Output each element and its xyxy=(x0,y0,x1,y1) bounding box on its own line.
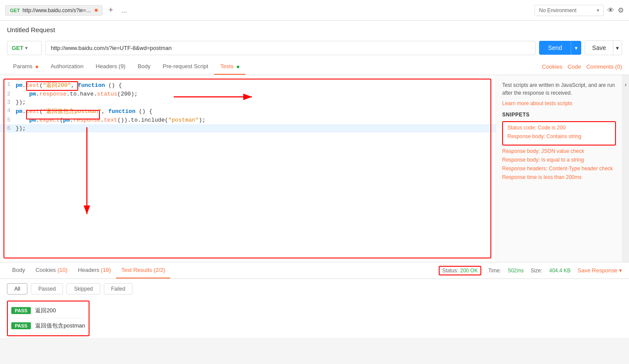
tab-url: http://www.baidu.com/s?ie=UT... xyxy=(23,7,92,13)
status-label: Status: xyxy=(442,268,458,274)
response-tabs: Body Cookies (10) Headers (18) Test Resu… xyxy=(7,262,170,278)
save-response-button[interactable]: Save Response ▾ xyxy=(578,267,622,274)
size-label: Size: xyxy=(531,268,543,274)
test-result-item-2: PASS 返回值包含postman xyxy=(11,318,85,334)
save-button-group: Save ▾ xyxy=(585,40,622,55)
url-bar: GET ▾ Send ▾ Save ▾ xyxy=(0,37,629,59)
line-num-2: 2 xyxy=(0,91,16,97)
tab-dot xyxy=(95,9,98,12)
save-dropdown-button[interactable]: ▾ xyxy=(613,41,622,55)
line-num-1: 1 xyxy=(0,81,16,89)
size-value: 404.4 KB xyxy=(549,268,570,274)
code-link[interactable]: Code xyxy=(568,63,581,70)
snippet-equal-string[interactable]: Response body: Is equal to a string xyxy=(502,157,616,163)
sidebar-panel: Test scripts are written in JavaScript, … xyxy=(496,75,622,262)
params-dot-icon xyxy=(36,66,38,68)
tab-headers[interactable]: Headers (9) xyxy=(89,59,132,75)
tab-tests[interactable]: Tests xyxy=(214,59,245,75)
req-tabs-right: Cookies Code Comments (0) xyxy=(542,63,622,70)
more-tabs-button[interactable]: ... xyxy=(119,6,129,15)
line-content-1: pm.test("返回200", function () { xyxy=(16,81,496,89)
test-filter-tabs: All Passed Skipped Failed xyxy=(0,279,629,299)
filter-all[interactable]: All xyxy=(7,283,27,295)
code-line-4: 4 pm.test("返回值包含postman", function () { xyxy=(0,106,496,116)
req-tabs-left: Params Authorization Headers (9) Body Pr… xyxy=(7,59,245,75)
resp-tab-test-results[interactable]: Test Results (2/2) xyxy=(116,262,170,278)
filter-skipped[interactable]: Skipped xyxy=(66,283,100,295)
code-line-5: 5 pm.expect(pm.response.text()).to.inclu… xyxy=(0,116,496,124)
snippet-json-check[interactable]: Response body: JSON value check xyxy=(502,148,616,154)
response-meta: Status: 200 OK Time: 502ms Size: 404.4 K… xyxy=(439,266,622,275)
env-eye-button[interactable]: 👁 xyxy=(607,7,614,14)
tab-params[interactable]: Params xyxy=(7,59,44,75)
line-content-3: }); xyxy=(16,99,496,106)
env-selector: No Environment ▾ 👁 ⚙ xyxy=(534,5,624,16)
line-content-5: pm.expect(pm.response.text()).to.include… xyxy=(16,117,496,123)
send-dropdown-button[interactable]: ▾ xyxy=(571,41,581,55)
resp-tab-body[interactable]: Body xyxy=(7,262,30,278)
code-line-3: 3 }); xyxy=(0,98,496,106)
status-annotation-box: Status: 200 OK xyxy=(439,266,481,275)
line-num-3: 3 xyxy=(0,99,16,106)
test-result-item-1: PASS 返回200 xyxy=(11,303,85,318)
browser-tab[interactable]: GET http://www.baidu.com/s?ie=UT... xyxy=(5,5,103,16)
method-label: GET xyxy=(12,45,23,51)
top-bar: GET http://www.baidu.com/s?ie=UT... + ..… xyxy=(0,0,629,21)
resp-tab-headers[interactable]: Headers (18) xyxy=(73,262,116,278)
request-tabs: Params Authorization Headers (9) Body Pr… xyxy=(0,59,629,75)
status-value: 200 OK xyxy=(460,268,478,274)
sidebar-toggle-icon: › xyxy=(625,81,626,88)
test-results-annotation-box: PASS 返回200 PASS 返回值包含postman xyxy=(7,301,89,336)
pass-badge-1: PASS xyxy=(11,307,31,314)
test-name-2: 返回值包含postman xyxy=(35,322,85,330)
snippet-response-body-string[interactable]: Response body: Contains string xyxy=(507,133,611,139)
send-button[interactable]: Send xyxy=(539,41,571,55)
code-editor[interactable]: 1 pm.test("返回200", function () { 2 pm.re… xyxy=(0,75,496,262)
learn-link[interactable]: Learn more about tests scripts xyxy=(502,100,572,106)
env-dropdown[interactable]: No Environment ▾ xyxy=(534,5,604,16)
request-title: Untitled Request xyxy=(0,21,629,37)
cookies-link[interactable]: Cookies xyxy=(542,63,563,70)
line-num-6: 6 xyxy=(0,125,16,132)
tab-pre-request[interactable]: Pre-request Script xyxy=(157,59,215,75)
snippet-status-code[interactable]: Status code: Code is 200 xyxy=(507,125,611,131)
line-content-4: pm.test("返回值包含postman", function () { xyxy=(16,107,496,115)
tab-method: GET xyxy=(10,8,20,13)
tab-body[interactable]: Body xyxy=(132,59,157,75)
code-line-1: 1 pm.test("返回200", function () { xyxy=(0,80,496,90)
chevron-down-icon: ▾ xyxy=(597,8,599,13)
resp-tab-cookies[interactable]: Cookies (10) xyxy=(30,262,73,278)
test-results-list: PASS 返回200 PASS 返回值包含postman xyxy=(0,299,629,338)
snippet-content-type[interactable]: Response headers: Content-Type header ch… xyxy=(502,165,616,172)
response-tabs-bar: Body Cookies (10) Headers (18) Test Resu… xyxy=(0,262,629,279)
line-num-4: 4 xyxy=(0,107,16,115)
sidebar-description: Test scripts are written in JavaScript, … xyxy=(502,81,616,97)
time-label: Time: xyxy=(488,268,501,274)
editor-area: 1 pm.test("返回200", function () { 2 pm.re… xyxy=(0,75,496,262)
code-line-6: 6 }); xyxy=(0,124,496,132)
line-content-2: pm.response.to.have.status(200); xyxy=(16,91,496,97)
time-value: 502ms xyxy=(508,268,524,274)
sidebar-toggle[interactable]: › xyxy=(622,75,629,262)
env-label: No Environment xyxy=(539,7,576,13)
send-button-group: Send ▾ xyxy=(539,41,581,55)
save-button[interactable]: Save xyxy=(585,41,613,55)
filter-passed[interactable]: Passed xyxy=(31,283,63,295)
test-name-1: 返回200 xyxy=(35,307,56,314)
pass-badge-2: PASS xyxy=(11,322,31,329)
tests-dot-icon xyxy=(237,66,239,68)
method-select[interactable]: GET ▾ xyxy=(7,41,42,55)
line-content-6: }); xyxy=(16,125,496,132)
line-num-5: 5 xyxy=(0,117,16,123)
snippet-annotation-box: Status code: Code is 200 Response body: … xyxy=(502,121,616,146)
add-tab-button[interactable]: + xyxy=(106,5,116,16)
snippets-title: SNIPPETS xyxy=(502,112,616,118)
comments-link[interactable]: Comments (0) xyxy=(586,63,622,70)
snippet-response-time[interactable]: Response time is less than 200ms xyxy=(502,174,616,180)
response-area: Body Cookies (10) Headers (18) Test Resu… xyxy=(0,262,629,338)
url-input[interactable] xyxy=(45,41,536,55)
env-gear-button[interactable]: ⚙ xyxy=(618,6,624,14)
method-chevron-icon: ▾ xyxy=(25,46,27,50)
filter-failed[interactable]: Failed xyxy=(104,283,133,295)
tab-authorization[interactable]: Authorization xyxy=(44,59,89,75)
